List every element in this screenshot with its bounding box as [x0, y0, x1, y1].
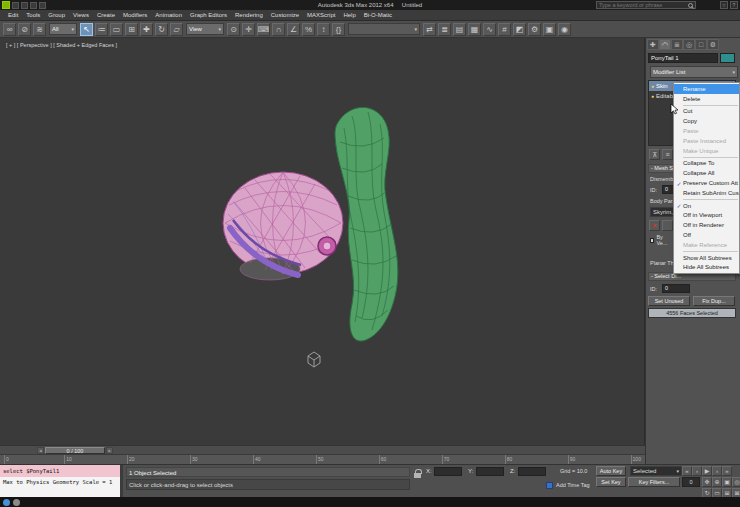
time-step-back-icon[interactable]: ◂ — [37, 447, 44, 454]
menu-customize[interactable]: Customize — [267, 10, 303, 21]
schematic-view-icon[interactable]: # — [498, 23, 511, 36]
context-menu-item[interactable] — [674, 250, 739, 253]
track-bar-ruler[interactable]: 0102030405060708090100 — [0, 454, 645, 464]
snap-toggle-icon[interactable]: ∩ — [272, 23, 285, 36]
context-menu-item[interactable]: Off in Renderer — [674, 220, 739, 230]
time-step-forward-icon[interactable]: ▸ — [106, 447, 113, 454]
context-menu-item[interactable]: Off — [674, 230, 739, 240]
menu-views[interactable]: Views — [69, 10, 93, 21]
visibility-bulb-icon[interactable]: ● — [651, 93, 654, 99]
time-slider-handle[interactable]: 0 / 100 — [45, 447, 105, 454]
object-color-swatch[interactable] — [720, 53, 735, 63]
add-time-tag[interactable]: Add Time Tag — [556, 482, 590, 488]
key-filters-button[interactable]: Key Filters... — [628, 477, 680, 487]
context-menu-item[interactable]: Copy — [674, 116, 739, 126]
add-partition-icon[interactable] — [662, 220, 673, 231]
menu-animation[interactable]: Animation — [151, 10, 186, 21]
material-editor-icon[interactable]: ◩ — [513, 23, 526, 36]
menu-group[interactable]: Group — [44, 10, 69, 21]
checkbox-icon[interactable] — [650, 238, 654, 243]
select-object-icon[interactable]: ↖ — [80, 23, 93, 36]
taskbar-app-icon[interactable] — [13, 499, 20, 506]
tab-motion-icon[interactable]: ◎ — [683, 39, 695, 50]
tab-utilities-icon[interactable]: ⚙ — [707, 39, 719, 50]
play-icon[interactable]: ▶ — [702, 466, 712, 476]
helmet-mesh[interactable] — [223, 172, 343, 280]
reference-coordinate-dropdown[interactable]: View ▾ — [186, 23, 224, 35]
x-coordinate-input[interactable] — [436, 468, 460, 475]
favorites-icon[interactable]: ☆ — [720, 1, 728, 9]
context-menu-item[interactable] — [674, 156, 739, 159]
context-menu-item[interactable]: ✓ On — [674, 201, 739, 211]
ponytail-mesh[interactable] — [335, 107, 398, 341]
window-crossing-icon[interactable]: ⊞ — [125, 23, 138, 36]
z-coordinate-input[interactable] — [520, 468, 544, 475]
select-and-scale-icon[interactable]: ▱ — [170, 23, 183, 36]
rendered-frame-icon[interactable]: ▣ — [543, 23, 556, 36]
context-menu-item[interactable]: Hide All Subtrees — [674, 263, 739, 273]
y-coordinate-field[interactable] — [476, 467, 504, 476]
fix-dup-button[interactable]: Fix Dup... — [693, 296, 735, 306]
align-icon[interactable]: ≣ — [438, 23, 451, 36]
visibility-bulb-icon[interactable]: ● — [651, 83, 654, 89]
context-menu-item[interactable]: Collapse All — [674, 168, 739, 178]
context-menu-item[interactable]: Rename — [674, 84, 739, 94]
checkbox-option[interactable]: By Ve... — [650, 234, 672, 246]
keyboard-override-icon[interactable]: ⌨ — [257, 23, 270, 36]
context-menu-item[interactable] — [674, 198, 739, 201]
object-name-field[interactable]: PonyTail 1 — [648, 53, 718, 63]
listener-splitter[interactable] — [120, 465, 123, 498]
key-selection-dropdown[interactable]: Selected ▾ — [630, 466, 682, 476]
bind-to-space-warp-icon[interactable]: ≋ — [33, 23, 46, 36]
edit-named-selection-sets-icon[interactable]: {} — [332, 23, 345, 36]
mirror-icon[interactable]: ⇄ — [423, 23, 436, 36]
menu-edit[interactable]: Edit — [4, 10, 22, 21]
auto-key-button[interactable]: Auto Key — [596, 466, 626, 476]
menu-help[interactable]: Help — [339, 10, 359, 21]
perspective-viewport[interactable]: [ + ] [ Perspective ] [ Shaded + Edged F… — [0, 38, 645, 445]
context-menu-item[interactable]: Paste — [674, 126, 739, 136]
unlink-selection-icon[interactable]: ⊘ — [18, 23, 31, 36]
go-to-start-icon[interactable]: « — [682, 466, 692, 476]
curve-editor-icon[interactable]: ∿ — [483, 23, 496, 36]
z-coordinate-field[interactable] — [518, 467, 546, 476]
context-menu-item[interactable]: Cut — [674, 107, 739, 117]
search-input[interactable] — [599, 2, 686, 8]
context-menu-item[interactable]: Show All Subtrees — [674, 253, 739, 263]
tab-hierarchy-icon[interactable]: ≣ — [671, 39, 683, 50]
select-and-rotate-icon[interactable]: ↻ — [155, 23, 168, 36]
menu-maxscript[interactable]: MAXScript — [303, 10, 339, 21]
selection-region-icon[interactable]: ▭ — [110, 23, 123, 36]
search-icon[interactable] — [688, 3, 693, 8]
graphite-ribbon-icon[interactable]: ▦ — [468, 23, 481, 36]
field-of-view-icon[interactable]: ◎ — [732, 477, 740, 487]
context-menu-item[interactable]: Off in Viewport — [674, 211, 739, 221]
named-selection-set-dropdown[interactable]: ▾ — [348, 23, 420, 35]
spinner-snap-icon[interactable]: ↕ — [317, 23, 330, 36]
tab-display-icon[interactable]: □ — [695, 39, 707, 50]
zoom-extents-icon[interactable]: ▣ — [722, 477, 732, 487]
angle-snap-icon[interactable]: ∠ — [287, 23, 300, 36]
show-end-result-icon[interactable]: ≡ — [662, 149, 673, 160]
select-by-name-icon[interactable]: ≔ — [95, 23, 108, 36]
menu-rendering[interactable]: Rendering — [231, 10, 267, 21]
menu-graph-editors[interactable]: Graph Editors — [186, 10, 231, 21]
context-menu-item[interactable]: Paste Instanced — [674, 136, 739, 146]
zoom-icon[interactable]: ⊕ — [712, 477, 722, 487]
select-and-link-icon[interactable]: ∞ — [3, 23, 16, 36]
context-menu-item[interactable] — [674, 104, 739, 107]
context-menu-item[interactable]: Delete — [674, 94, 739, 104]
context-menu-item[interactable]: ✓ Preserve Custom Att — [674, 178, 739, 188]
percent-snap-icon[interactable]: % — [302, 23, 315, 36]
context-menu-item[interactable]: Collapse To — [674, 159, 739, 169]
viewport-canvas[interactable] — [0, 38, 645, 445]
time-tag-icon[interactable] — [546, 482, 553, 489]
render-setup-icon[interactable]: ⚙ — [528, 23, 541, 36]
selection-filter-dropdown[interactable]: All ▾ — [49, 23, 77, 35]
tab-modify-icon[interactable]: ◠ — [659, 39, 671, 50]
set-key-button[interactable]: Set Key — [596, 477, 626, 487]
help-icon[interactable]: ? — [730, 1, 738, 9]
select-and-manipulate-icon[interactable]: ✛ — [242, 23, 255, 36]
selection-lock-icon[interactable] — [414, 473, 421, 478]
pin-stack-icon[interactable]: ⊼ — [649, 149, 660, 160]
